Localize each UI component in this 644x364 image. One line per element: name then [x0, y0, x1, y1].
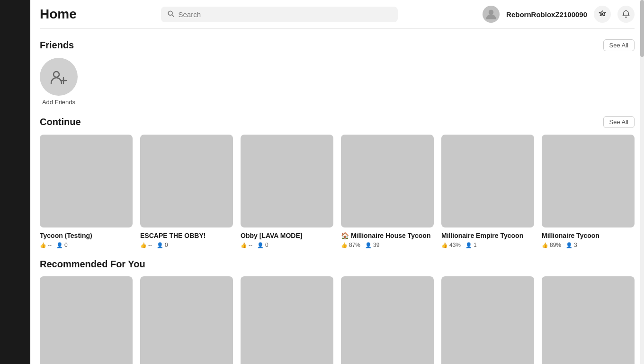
add-friends-label: Add Friends: [42, 99, 75, 106]
rec-game-card[interactable]: [341, 276, 434, 364]
rec-game-card[interactable]: [441, 276, 534, 364]
avatar: [483, 6, 500, 23]
svg-point-2: [489, 9, 494, 15]
friends-row: Add Friends: [40, 58, 635, 106]
like-value: --: [148, 242, 152, 248]
scrollbar-thumb[interactable]: [640, 0, 644, 57]
game-thumbnail: [341, 135, 434, 228]
player-value: 0: [165, 242, 168, 248]
search-icon: [168, 10, 174, 18]
continue-see-all-button[interactable]: See All: [603, 116, 635, 128]
player-icon: 👤: [465, 242, 472, 248]
like-icon: 👍: [542, 242, 548, 248]
svg-point-4: [54, 72, 59, 77]
game-stats: 👍 89% 👤 3: [542, 242, 635, 248]
header-right: RebornRobloxZ2100090: [483, 6, 635, 23]
player-stat: 👤 3: [566, 242, 577, 248]
add-friends-card[interactable]: Add Friends: [40, 58, 78, 106]
player-icon: 👤: [157, 242, 163, 248]
player-stat: 👤 1: [465, 242, 477, 248]
player-stat: 👤 39: [365, 242, 379, 248]
game-card[interactable]: Millionaire Empire Tycoon 👍 43% 👤 1: [441, 135, 534, 248]
player-stat: 👤 0: [157, 242, 168, 248]
continue-title: Continue: [40, 117, 81, 127]
game-stats: 👍 43% 👤 1: [441, 242, 534, 248]
game-stats: 👍 87% 👤 39: [341, 242, 434, 248]
game-thumbnail: [241, 135, 333, 228]
game-title: Millionaire Tycoon: [542, 231, 635, 240]
friends-title: Friends: [40, 40, 74, 51]
game-card[interactable]: ESCAPE THE OBBY! 👍 -- 👤 0: [140, 135, 233, 248]
player-value: 39: [373, 242, 379, 248]
game-title: Tycoon (Testing): [40, 231, 133, 240]
username-label: RebornRobloxZ2100090: [506, 10, 587, 18]
game-card[interactable]: Obby [LAVA MODE] 👍 -- 👤 0: [241, 135, 333, 248]
like-value: 89%: [550, 242, 561, 248]
game-thumbnail: [542, 135, 635, 228]
game-thumbnail: [441, 135, 534, 228]
friends-see-all-button[interactable]: See All: [603, 39, 635, 51]
player-icon: 👤: [365, 242, 372, 248]
player-stat: 👤 0: [56, 242, 68, 248]
rec-game-thumbnail: [542, 276, 635, 364]
like-value: --: [249, 242, 252, 248]
like-icon: 👍: [441, 242, 448, 248]
game-title: ESCAPE THE OBBY!: [140, 231, 233, 240]
like-stat: 👍 89%: [542, 242, 561, 248]
rec-game-thumbnail: [40, 276, 133, 364]
game-stats: 👍 -- 👤 0: [241, 242, 333, 248]
recommended-section-header: Recommended For You: [40, 259, 635, 270]
game-card[interactable]: Millionaire Tycoon 👍 89% 👤 3: [542, 135, 635, 248]
svg-line-1: [172, 15, 174, 17]
continue-section-header: Continue See All: [40, 116, 635, 128]
rec-game-card[interactable]: [241, 276, 333, 364]
svg-point-3: [601, 13, 604, 16]
player-value: 0: [265, 242, 268, 248]
player-value: 1: [474, 242, 477, 248]
like-stat: 👍 43%: [441, 242, 461, 248]
page-title: Home: [40, 7, 77, 22]
rec-game-card[interactable]: [542, 276, 635, 364]
add-friends-icon: [40, 58, 78, 96]
rec-game-thumbnail: [341, 276, 434, 364]
player-icon: 👤: [56, 242, 63, 248]
player-value: 0: [64, 242, 68, 248]
header: Home RebornRobloxZ2100090: [40, 0, 635, 29]
game-title: Millionaire Empire Tycoon: [441, 231, 534, 240]
robux-icon-button[interactable]: [594, 6, 611, 23]
friends-section-header: Friends See All: [40, 39, 635, 51]
game-card[interactable]: Tycoon (Testing) 👍 -- 👤 0: [40, 135, 133, 248]
recommended-cards-row: [40, 276, 635, 364]
game-stats: 👍 -- 👤 0: [140, 242, 233, 248]
player-value: 3: [574, 242, 577, 248]
like-value: 87%: [349, 242, 360, 248]
notifications-button[interactable]: [617, 6, 635, 23]
player-icon: 👤: [257, 242, 264, 248]
rec-game-card[interactable]: [40, 276, 133, 364]
player-stat: 👤 0: [257, 242, 268, 248]
like-stat: 👍 --: [140, 242, 152, 248]
search-bar[interactable]: [161, 7, 398, 22]
game-thumbnail: [40, 135, 133, 228]
sidebar: [0, 0, 30, 364]
like-icon: 👍: [341, 242, 348, 248]
like-stat: 👍 --: [40, 242, 52, 248]
rec-game-thumbnail: [241, 276, 333, 364]
rec-game-card[interactable]: [140, 276, 233, 364]
game-title: Obby [LAVA MODE]: [241, 231, 333, 240]
game-card[interactable]: 🏠 Millionaire House Tycoon 👍 87% 👤 39: [341, 135, 434, 248]
search-input[interactable]: [178, 10, 391, 18]
like-icon: 👍: [40, 242, 46, 248]
rec-game-thumbnail: [140, 276, 233, 364]
game-title: 🏠 Millionaire House Tycoon: [341, 231, 434, 240]
like-stat: 👍 87%: [341, 242, 360, 248]
like-value: 43%: [449, 242, 461, 248]
scrollbar-track: [640, 0, 644, 364]
continue-cards-row: Tycoon (Testing) 👍 -- 👤 0 ESCAPE THE OBB…: [40, 135, 635, 248]
player-icon: 👤: [566, 242, 572, 248]
like-icon: 👍: [140, 242, 147, 248]
like-icon: 👍: [241, 242, 247, 248]
recommended-title: Recommended For You: [40, 259, 145, 270]
game-stats: 👍 -- 👤 0: [40, 242, 133, 248]
like-stat: 👍 --: [241, 242, 252, 248]
